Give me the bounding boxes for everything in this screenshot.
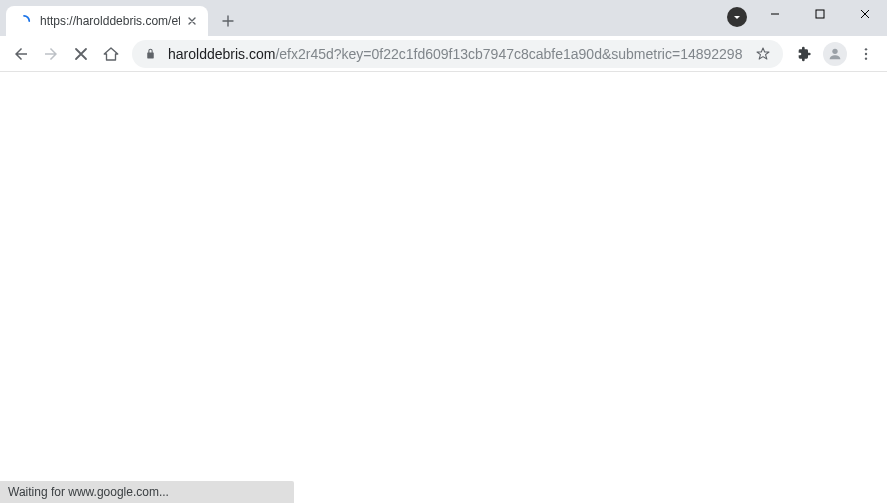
back-button[interactable] [6, 39, 36, 69]
svg-rect-0 [816, 10, 824, 18]
window-controls [752, 0, 887, 28]
minimize-button[interactable] [752, 0, 797, 28]
profile-button[interactable] [823, 42, 847, 66]
svg-point-2 [865, 48, 867, 50]
close-window-button[interactable] [842, 0, 887, 28]
home-button[interactable] [96, 39, 126, 69]
loading-spinner-icon [16, 13, 32, 29]
bookmark-button[interactable] [753, 46, 773, 62]
lock-icon [142, 46, 158, 62]
titlebar: https://harolddebris.com/efx2r45 [0, 0, 887, 36]
url-path: /efx2r45d?key=0f22c1fd609f13cb7947c8cabf… [275, 46, 742, 62]
forward-button[interactable] [36, 39, 66, 69]
toolbar: harolddebris.com/efx2r45d?key=0f22c1fd60… [0, 36, 887, 72]
tab-strip: https://harolddebris.com/efx2r45 [0, 0, 242, 36]
svg-point-4 [865, 57, 867, 59]
page-content [0, 72, 887, 503]
menu-button[interactable] [851, 39, 881, 69]
svg-point-3 [865, 52, 867, 54]
new-tab-button[interactable] [214, 7, 242, 35]
close-tab-button[interactable] [184, 13, 200, 29]
stop-reload-button[interactable] [66, 39, 96, 69]
browser-tab[interactable]: https://harolddebris.com/efx2r45 [6, 6, 208, 36]
extensions-button[interactable] [789, 39, 819, 69]
status-bar: Waiting for www.google.com... [0, 481, 294, 503]
address-bar[interactable]: harolddebris.com/efx2r45d?key=0f22c1fd60… [132, 40, 783, 68]
search-tabs-button[interactable] [727, 7, 747, 27]
maximize-button[interactable] [797, 0, 842, 28]
url-text: harolddebris.com/efx2r45d?key=0f22c1fd60… [168, 46, 753, 62]
toolbar-right [789, 39, 881, 69]
url-domain: harolddebris.com [168, 46, 275, 62]
svg-point-1 [832, 48, 837, 53]
tab-title: https://harolddebris.com/efx2r45 [40, 14, 180, 28]
